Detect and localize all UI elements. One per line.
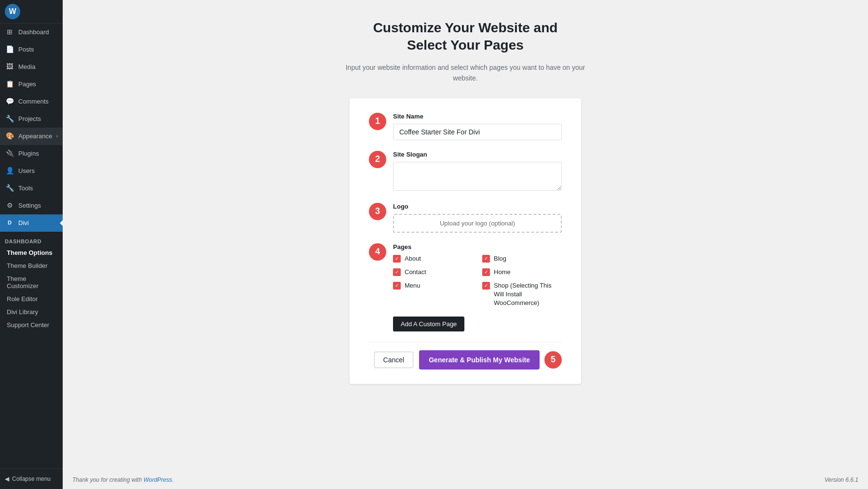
collapse-menu-button[interactable]: ◀ Collapse menu [5,474,58,484]
sidebar-item-users[interactable]: 👤 Users [0,162,63,180]
sidebar-item-plugins[interactable]: 🔌 Plugins [0,145,63,162]
page-checkbox-about[interactable]: ✓ About [393,254,473,263]
page-checkbox-contact[interactable]: ✓ Contact [393,268,473,277]
step2-section: 2 Site Slogan [369,151,562,192]
site-name-input[interactable] [393,124,562,140]
sidebar-item-label: Appearance [18,132,52,141]
checkbox-home-icon: ✓ [482,268,490,276]
add-custom-page-button[interactable]: Add A Custom Page [393,317,464,331]
page-title: Customize Your Website andSelect Your Pa… [373,19,558,54]
media-icon: 🖼 [5,62,14,72]
site-slogan-input[interactable] [393,162,562,191]
step5-badge: 5 [544,351,562,369]
page-about-label: About [405,254,421,263]
sidebar-item-label: Users [18,167,35,175]
sidebar: W ⊞ Dashboard 📄 Posts 🖼 Media 📋 Pages 💬 … [0,0,63,489]
step3-section: 3 Logo Upload your logo (optional) [369,203,562,233]
page-checkbox-shop[interactable]: ✓ Shop (Selecting This Will Install WooC… [482,281,562,308]
page-checkbox-blog[interactable]: ✓ Blog [482,254,562,263]
cancel-button[interactable]: Cancel [374,352,414,368]
pages-icon: 📋 [5,79,14,89]
sidebar-item-projects[interactable]: 🔧 Projects [0,110,63,128]
form-actions: Cancel Generate & Publish My Website 5 [369,342,562,370]
divi-dashboard-label: Dashboard [0,234,63,246]
page-subtitle: Input your website information and selec… [345,62,586,84]
divi-submenu: Dashboard Theme Options Theme Builder Th… [0,232,63,333]
page-checkbox-menu[interactable]: ✓ Menu [393,281,473,308]
appearance-icon: 🎨 [5,132,14,141]
footer-wp-link[interactable]: WordPress [143,476,172,483]
wp-logo-icon: W [5,4,20,19]
divi-icon: D [5,218,14,228]
submenu-item-theme-builder[interactable]: Theme Builder [0,259,63,272]
submenu-item-theme-customizer[interactable]: Theme Customizer [0,272,63,292]
appearance-arrow-icon: › [56,133,58,140]
users-icon: 👤 [5,166,14,176]
sidebar-item-divi[interactable]: D Divi [0,214,63,232]
sidebar-item-label: Pages [18,80,36,89]
page-menu-label: Menu [405,281,420,290]
page-blog-label: Blog [494,254,506,263]
sidebar-item-label: Plugins [18,149,39,158]
footer-text: Thank you for creating with WordPress. [72,476,174,483]
checkbox-shop-icon: ✓ [482,282,490,290]
step1-badge: 1 [369,113,386,130]
sidebar-item-tools[interactable]: 🔧 Tools [0,180,63,197]
page-home-label: Home [494,268,511,277]
logo-label: Logo [393,203,562,210]
step2-content: Site Slogan [393,151,562,192]
sidebar-item-comments[interactable]: 💬 Comments [0,93,63,110]
settings-icon: ⚙ [5,201,14,211]
sidebar-item-label: Media [18,63,35,71]
plugins-icon: 🔌 [5,149,14,159]
generate-publish-button[interactable]: Generate & Publish My Website [419,350,540,370]
sidebar-item-appearance[interactable]: 🎨 Appearance › [0,128,63,145]
sidebar-item-posts[interactable]: 📄 Posts [0,41,63,58]
posts-icon: 📄 [5,45,14,54]
sidebar-item-media[interactable]: 🖼 Media [0,58,63,76]
step4-content: Pages ✓ About ✓ Blog [393,243,562,331]
submenu-item-divi-library[interactable]: Divi Library [0,305,63,318]
page-contact-label: Contact [405,268,426,277]
dashboard-icon: ⊞ [5,27,14,37]
pages-label: Pages [393,243,562,251]
checkbox-about-icon: ✓ [393,255,401,263]
sidebar-item-settings[interactable]: ⚙ Settings [0,197,63,214]
wp-logo-area: W [0,0,63,24]
step3-content: Logo Upload your logo (optional) [393,203,562,233]
content-area: Customize Your Website andSelect Your Pa… [63,0,868,471]
footer-thank-you: Thank you for creating with [72,476,142,483]
step2-badge: 2 [369,151,386,168]
site-name-label: Site Name [393,113,562,120]
collapse-label: Collapse menu [12,476,51,482]
projects-icon: 🔧 [5,114,14,124]
checkbox-menu-icon: ✓ [393,282,401,290]
checkbox-blog-icon: ✓ [482,255,490,263]
sidebar-item-label: Comments [18,97,49,106]
submenu-item-theme-options[interactable]: Theme Options [0,246,63,259]
step3-badge: 3 [369,203,386,220]
sidebar-item-dashboard[interactable]: ⊞ Dashboard [0,24,63,41]
pages-grid: ✓ About ✓ Blog ✓ Contact [393,254,562,308]
submenu-item-support-center[interactable]: Support Center [0,318,63,331]
sidebar-item-label: Dashboard [18,28,49,37]
page-checkbox-home[interactable]: ✓ Home [482,268,562,277]
footer-version: Version 6.6.1 [825,476,858,483]
sidebar-item-pages[interactable]: 📋 Pages [0,76,63,93]
upload-logo-button[interactable]: Upload your logo (optional) [393,214,562,233]
step4-badge: 4 [369,243,386,261]
page-shop-label: Shop (Selecting This Will Install WooCom… [494,281,562,308]
main-content: Customize Your Website andSelect Your Pa… [63,0,868,489]
sidebar-item-label: Settings [18,201,41,210]
checkbox-contact-icon: ✓ [393,268,401,276]
sidebar-item-label: Posts [18,45,34,54]
form-card: 1 Site Name 2 Site Slogan 3 Logo [350,98,581,384]
tools-icon: 🔧 [5,184,14,193]
sidebar-item-label: Projects [18,115,41,123]
submenu-item-role-editor[interactable]: Role Editor [0,292,63,305]
collapse-icon: ◀ [5,476,9,482]
sidebar-item-label: Divi [18,219,29,227]
sidebar-nav: ⊞ Dashboard 📄 Posts 🖼 Media 📋 Pages 💬 Co… [0,24,63,468]
step4-section: 4 Pages ✓ About ✓ Blog [369,243,562,331]
sidebar-item-label: Tools [18,184,33,193]
